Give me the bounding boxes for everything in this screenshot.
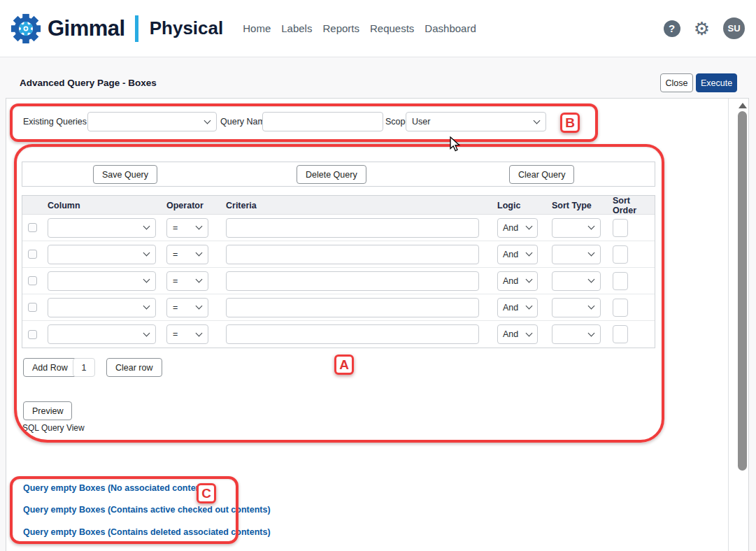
operator-select[interactable]: =: [166, 245, 208, 264]
nav-home[interactable]: Home: [243, 22, 271, 34]
save-query-button[interactable]: Save Query: [93, 165, 157, 184]
nav-dashboard[interactable]: Dashboard: [425, 22, 476, 34]
column-header: Column: [43, 201, 162, 210]
operator-select[interactable]: =: [166, 324, 208, 344]
column-select[interactable]: [48, 298, 156, 317]
sort-type-select[interactable]: [552, 271, 601, 291]
table-header-row: Column Operator Criteria Logic Sort Type…: [22, 196, 655, 215]
sort-order-input[interactable]: [613, 299, 628, 317]
chevron-down-icon: [526, 223, 533, 230]
operator-select[interactable]: =: [166, 298, 208, 317]
sort-order-input[interactable]: [613, 245, 628, 264]
sort-type-select[interactable]: [552, 245, 601, 264]
scroll-up-arrow-icon[interactable]: [739, 103, 747, 108]
row-checkbox[interactable]: [28, 330, 37, 339]
row-checkbox[interactable]: [28, 250, 37, 259]
query-empty-boxes-link-3[interactable]: Query empty Boxes (Contains deleted asso…: [23, 527, 271, 537]
scrollbar-track-border: [728, 99, 729, 551]
user-avatar[interactable]: SU: [723, 17, 745, 39]
sort-type-select[interactable]: [552, 324, 601, 344]
brand-product: Physical: [150, 17, 224, 39]
brand-name: Gimmal: [48, 16, 125, 41]
column-select[interactable]: [48, 218, 156, 238]
close-button[interactable]: Close: [660, 73, 693, 92]
sort-type-header: Sort Type: [548, 201, 608, 210]
criteria-input[interactable]: [226, 271, 479, 291]
row-checkbox[interactable]: [28, 276, 37, 285]
scope-select[interactable]: User: [406, 112, 546, 131]
logic-select[interactable]: And: [497, 324, 538, 344]
annotation-badge-a: A: [334, 355, 354, 375]
existing-queries-select[interactable]: [87, 112, 217, 131]
sort-order-input[interactable]: [613, 272, 628, 290]
chevron-down-icon: [196, 276, 203, 283]
table-row: = And: [22, 294, 655, 321]
logic-select[interactable]: And: [497, 245, 538, 264]
operator-header: Operator: [162, 201, 222, 210]
preview-button[interactable]: Preview: [23, 401, 72, 420]
table-row: = And: [22, 268, 655, 294]
sort-type-select[interactable]: [552, 218, 601, 238]
delete-query-button[interactable]: Delete Query: [297, 165, 366, 184]
criteria-header: Criteria: [222, 201, 493, 210]
table-row: = And: [22, 241, 655, 268]
criteria-input[interactable]: [226, 218, 479, 238]
operator-select[interactable]: =: [166, 218, 208, 238]
query-empty-boxes-link-1[interactable]: Query empty Boxes (No associated content…: [23, 483, 212, 493]
scrollbar-thumb[interactable]: [738, 111, 747, 471]
help-icon[interactable]: ?: [664, 20, 680, 37]
query-criteria-table: Column Operator Criteria Logic Sort Type…: [22, 195, 655, 348]
row-count-input[interactable]: [73, 358, 95, 377]
main-nav: Home Labels Reports Requests Dashboard: [243, 22, 476, 34]
chevron-down-icon: [534, 117, 541, 124]
operator-select[interactable]: =: [166, 271, 208, 291]
logic-select[interactable]: And: [497, 218, 538, 238]
nav-requests[interactable]: Requests: [370, 22, 414, 34]
chevron-down-icon: [526, 303, 533, 310]
chevron-down-icon: [526, 250, 533, 257]
chevron-down-icon: [143, 303, 150, 310]
chevron-down-icon: [526, 329, 533, 336]
execute-button[interactable]: Execute: [696, 73, 737, 92]
criteria-input[interactable]: [226, 245, 479, 264]
sort-order-header: Sort Order: [608, 196, 655, 215]
criteria-input[interactable]: [226, 298, 479, 317]
query-name-input[interactable]: [262, 112, 383, 131]
chevron-down-icon: [143, 223, 150, 230]
row-checkbox[interactable]: [28, 303, 37, 312]
clear-query-button[interactable]: Clear Query: [509, 165, 574, 184]
sort-type-select[interactable]: [552, 298, 601, 317]
advanced-query-page: Gimmal Physical Home Labels Reports Requ…: [0, 0, 756, 551]
logic-select[interactable]: And: [497, 271, 538, 291]
chevron-down-icon: [196, 303, 203, 310]
existing-queries-label: Existing Queries: [23, 117, 87, 127]
gimmal-gear-icon: [10, 13, 42, 45]
nav-labels[interactable]: Labels: [281, 22, 312, 34]
criteria-input[interactable]: [226, 324, 479, 344]
chevron-down-icon: [588, 250, 595, 257]
table-row: = And: [22, 215, 655, 241]
chevron-down-icon: [588, 303, 595, 310]
clear-row-button[interactable]: Clear row: [106, 358, 162, 377]
chevron-down-icon: [588, 276, 595, 283]
query-empty-boxes-link-2[interactable]: Query empty Boxes (Contains active check…: [23, 505, 271, 515]
chevron-down-icon: [196, 250, 203, 257]
column-select[interactable]: [48, 324, 156, 344]
chevron-down-icon: [143, 276, 150, 283]
chevron-down-icon: [526, 276, 533, 283]
logic-select[interactable]: And: [497, 298, 538, 317]
chevron-down-icon: [588, 329, 595, 336]
column-select[interactable]: [48, 245, 156, 264]
sort-order-input[interactable]: [613, 325, 628, 343]
annotation-badge-c: C: [197, 483, 216, 503]
logic-header: Logic: [493, 201, 548, 210]
sort-order-input[interactable]: [613, 219, 628, 237]
scope-value: User: [412, 117, 430, 127]
settings-gear-icon[interactable]: ⚙: [694, 20, 710, 38]
chevron-down-icon: [143, 250, 150, 257]
row-checkbox[interactable]: [28, 223, 37, 232]
add-row-button[interactable]: Add Row: [23, 358, 77, 377]
chevron-down-icon: [204, 117, 211, 124]
nav-reports[interactable]: Reports: [322, 22, 359, 34]
column-select[interactable]: [48, 271, 156, 291]
